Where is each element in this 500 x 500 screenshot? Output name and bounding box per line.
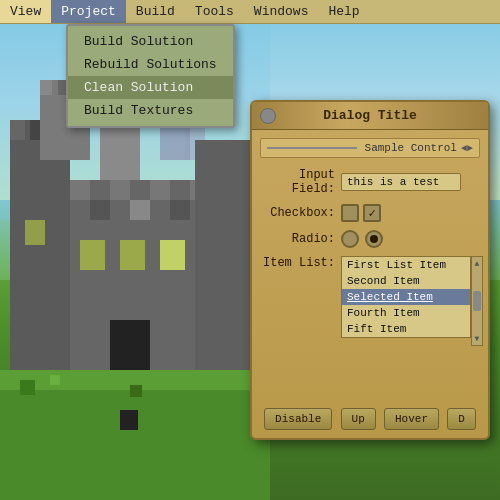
dialog-footer: Disable Up Hover D bbox=[252, 408, 488, 430]
svg-rect-37 bbox=[120, 410, 138, 430]
radio-button-selected[interactable] bbox=[365, 230, 383, 248]
radio-label: Radio: bbox=[260, 232, 335, 246]
menu-build[interactable]: Build bbox=[126, 0, 185, 23]
hover-button[interactable]: Hover bbox=[384, 408, 439, 430]
menubar: View Project Build Tools Windows Help bbox=[0, 0, 500, 24]
list-item-5[interactable]: Fift Item bbox=[342, 321, 470, 337]
checkbox-checked[interactable] bbox=[363, 204, 381, 222]
svg-rect-5 bbox=[70, 180, 90, 200]
menu-help[interactable]: Help bbox=[318, 0, 369, 23]
list-item-2[interactable]: Second Item bbox=[342, 273, 470, 289]
d-button[interactable]: D bbox=[447, 408, 476, 430]
input-field[interactable] bbox=[341, 173, 461, 191]
sample-control-arrow-right[interactable]: ► bbox=[467, 143, 473, 154]
list-item-3-selected[interactable]: Selected Item bbox=[342, 289, 470, 305]
list-scrollbar[interactable]: ▲ ▼ bbox=[471, 256, 483, 346]
dropdown-item-build-textures[interactable]: Build Textures bbox=[68, 99, 233, 122]
input-label: Input Field: bbox=[260, 168, 335, 196]
checkbox-label: Checkbox: bbox=[260, 206, 335, 220]
list-item-4[interactable]: Fourth Item bbox=[342, 305, 470, 321]
disable-button[interactable]: Disable bbox=[264, 408, 332, 430]
svg-rect-12 bbox=[170, 200, 190, 220]
up-button[interactable]: Up bbox=[341, 408, 376, 430]
radio-row: Radio: bbox=[260, 230, 480, 248]
checkbox-row: Checkbox: bbox=[260, 204, 480, 222]
scrollbar-thumb[interactable] bbox=[473, 291, 481, 311]
list-box: First List Item Second Item Selected Ite… bbox=[341, 256, 471, 338]
svg-rect-23 bbox=[195, 140, 250, 380]
dropdown-item-rebuild-solutions[interactable]: Rebuild Solutions bbox=[68, 53, 233, 76]
project-dropdown-menu: Build Solution Rebuild Solutions Clean S… bbox=[66, 24, 235, 128]
list-box-container: First List Item Second Item Selected Ite… bbox=[341, 256, 483, 346]
dialog-icon bbox=[260, 108, 276, 124]
svg-rect-36 bbox=[130, 385, 142, 397]
svg-rect-22 bbox=[25, 220, 45, 245]
dialog-panel: Dialog Title Sample Control ◄ ► Input Fi… bbox=[250, 100, 490, 440]
scrollbar-arrow-down[interactable]: ▼ bbox=[475, 334, 480, 343]
radio-group bbox=[341, 230, 383, 248]
scrollbar-arrow-up[interactable]: ▲ bbox=[475, 259, 480, 268]
svg-rect-34 bbox=[20, 380, 35, 395]
input-field-row: Input Field: bbox=[260, 168, 480, 196]
sample-control-label: Sample Control bbox=[365, 142, 457, 154]
checkbox-group bbox=[341, 204, 381, 222]
radio-button-unselected[interactable] bbox=[341, 230, 359, 248]
menu-tools[interactable]: Tools bbox=[185, 0, 244, 23]
svg-rect-16 bbox=[160, 240, 185, 270]
menu-view[interactable]: View bbox=[0, 0, 51, 23]
dialog-title: Dialog Title bbox=[323, 108, 417, 123]
dropdown-item-build-solution[interactable]: Build Solution bbox=[68, 30, 233, 53]
svg-rect-6 bbox=[110, 180, 130, 200]
dropdown-item-clean-solution[interactable]: Clean Solution bbox=[68, 76, 233, 99]
checkbox-unchecked[interactable] bbox=[341, 204, 359, 222]
menu-windows[interactable]: Windows bbox=[244, 0, 319, 23]
svg-rect-10 bbox=[90, 200, 110, 220]
svg-rect-33 bbox=[0, 390, 270, 500]
item-list-label: Item List: bbox=[260, 256, 335, 270]
svg-rect-14 bbox=[80, 240, 105, 270]
menu-project[interactable]: Project bbox=[51, 0, 126, 23]
item-list-row: Item List: First List Item Second Item S… bbox=[260, 256, 480, 346]
svg-rect-7 bbox=[150, 180, 170, 200]
svg-rect-15 bbox=[120, 240, 145, 270]
svg-rect-11 bbox=[130, 200, 150, 220]
sample-control-bar: Sample Control ◄ ► bbox=[260, 138, 480, 158]
svg-rect-25 bbox=[40, 80, 52, 95]
svg-rect-35 bbox=[50, 375, 60, 385]
dialog-titlebar: Dialog Title bbox=[252, 102, 488, 130]
list-item-1[interactable]: First List Item bbox=[342, 257, 470, 273]
sample-control-line bbox=[267, 147, 357, 149]
dialog-content: Sample Control ◄ ► Input Field: Checkbox… bbox=[252, 130, 488, 362]
svg-rect-19 bbox=[10, 120, 25, 140]
